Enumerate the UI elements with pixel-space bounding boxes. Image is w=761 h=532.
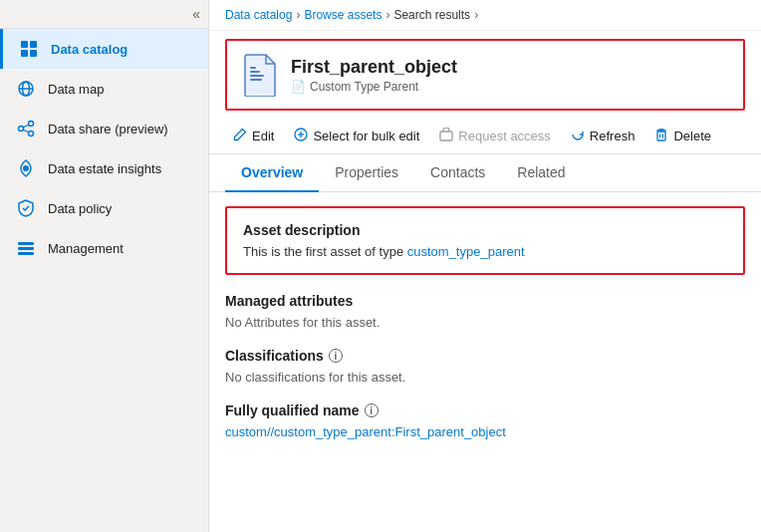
sidebar-item-data-estate[interactable]: Data estate insights — [0, 148, 208, 188]
svg-line-10 — [23, 125, 29, 128]
svg-rect-2 — [21, 50, 28, 57]
fqn-title: Fully qualified name i — [225, 402, 745, 418]
svg-rect-3 — [30, 50, 37, 57]
asset-type: 📄 Custom Type Parent — [291, 80, 457, 94]
classifications-empty: No classifications for this asset. — [225, 370, 745, 385]
svg-point-7 — [29, 122, 34, 127]
breadcrumb-sep-1: › — [296, 8, 300, 22]
fqn-info-icon[interactable]: i — [365, 403, 379, 417]
asset-type-label: Custom Type Parent — [310, 80, 418, 94]
breadcrumb-browse-assets[interactable]: Browse assets — [304, 8, 381, 22]
asset-title: First_parent_object — [291, 57, 457, 78]
asset-file-icon — [243, 53, 279, 97]
managed-attributes-label: Managed attributes — [225, 293, 353, 309]
svg-rect-0 — [21, 41, 28, 48]
svg-rect-1 — [30, 41, 37, 48]
refresh-button[interactable]: Refresh — [563, 123, 643, 149]
tabs: Overview Properties Contacts Related — [209, 154, 761, 192]
managed-attributes-title: Managed attributes — [225, 293, 745, 309]
refresh-label: Refresh — [590, 129, 635, 143]
tab-properties[interactable]: Properties — [319, 154, 414, 192]
sidebar-item-label: Data share (preview) — [48, 122, 168, 136]
managed-attributes-section: Managed attributes No Attributes for thi… — [225, 293, 745, 330]
svg-rect-23 — [440, 132, 452, 140]
fqn-section: Fully qualified name i custom//custom_ty… — [225, 402, 745, 439]
asset-description-text: This is the first asset of type custom_t… — [243, 244, 727, 259]
breadcrumb-sep-3: › — [474, 8, 478, 22]
sidebar-item-data-policy[interactable]: Data policy — [0, 188, 208, 228]
bulk-edit-label: Select for bulk edit — [313, 129, 419, 143]
bulk-edit-icon — [294, 128, 308, 144]
delete-icon — [654, 128, 668, 144]
asset-type-icon: 📄 — [291, 80, 306, 94]
svg-rect-24 — [657, 132, 665, 140]
fqn-label: Fully qualified name — [225, 402, 360, 418]
classifications-label: Classifications — [225, 348, 324, 364]
bulk-edit-button[interactable]: Select for bulk edit — [286, 123, 427, 149]
management-icon — [16, 238, 36, 258]
svg-line-11 — [23, 130, 29, 133]
svg-point-12 — [23, 165, 29, 171]
asset-description-prefix: This is the first asset of type — [243, 244, 407, 259]
svg-point-9 — [19, 127, 24, 132]
svg-rect-18 — [250, 79, 262, 81]
catalog-icon — [19, 39, 39, 59]
edit-label: Edit — [252, 129, 274, 143]
breadcrumb-data-catalog[interactable]: Data catalog — [225, 8, 292, 22]
sidebar: « Data catalog Data map — [0, 0, 209, 532]
sidebar-collapse-section: « — [0, 0, 208, 29]
insights-icon — [16, 158, 36, 178]
tab-related[interactable]: Related — [501, 154, 581, 192]
toolbar: Edit Select for bulk edit Request access — [209, 119, 761, 154]
svg-rect-15 — [18, 252, 34, 255]
sidebar-item-management[interactable]: Management — [0, 228, 208, 268]
asset-info: First_parent_object 📄 Custom Type Parent — [291, 57, 457, 94]
sidebar-item-label: Data map — [48, 82, 104, 97]
sidebar-item-label: Data policy — [48, 201, 112, 216]
policy-icon — [16, 198, 36, 218]
classifications-section: Classifications i No classifications for… — [225, 348, 745, 385]
map-icon — [16, 79, 36, 99]
sidebar-item-data-share[interactable]: Data share (preview) — [0, 109, 208, 148]
edit-button[interactable]: Edit — [225, 123, 282, 149]
delete-button[interactable]: Delete — [646, 123, 719, 149]
svg-rect-19 — [250, 67, 256, 69]
request-access-button[interactable]: Request access — [431, 123, 559, 149]
classifications-title: Classifications i — [225, 348, 745, 364]
svg-rect-13 — [18, 242, 34, 245]
tab-contacts[interactable]: Contacts — [414, 154, 501, 192]
breadcrumb-sep-2: › — [385, 8, 389, 22]
managed-attributes-empty: No Attributes for this asset. — [225, 315, 745, 330]
asset-description-title: Asset description — [243, 222, 727, 238]
asset-description-highlight: custom_type_parent — [407, 244, 525, 259]
sidebar-item-label: Data catalog — [51, 42, 127, 57]
main-content: Data catalog › Browse assets › Search re… — [209, 0, 761, 532]
sidebar-item-data-map[interactable]: Data map — [0, 69, 208, 109]
svg-rect-17 — [250, 75, 264, 77]
delete-label: Delete — [673, 129, 711, 143]
share-icon — [16, 119, 36, 138]
fqn-value: custom//custom_type_parent:First_parent_… — [225, 424, 745, 439]
breadcrumb: Data catalog › Browse assets › Search re… — [209, 0, 761, 31]
svg-point-8 — [29, 132, 34, 136]
overview-content: Asset description This is the first asse… — [209, 192, 761, 532]
asset-header: First_parent_object 📄 Custom Type Parent — [225, 39, 745, 111]
sidebar-collapse-button[interactable]: « — [192, 6, 200, 22]
svg-rect-14 — [18, 247, 34, 250]
request-access-icon — [439, 128, 453, 144]
edit-icon — [233, 128, 247, 144]
tab-overview[interactable]: Overview — [225, 154, 319, 192]
request-access-label: Request access — [458, 129, 551, 143]
svg-rect-16 — [250, 71, 260, 73]
sidebar-item-data-catalog[interactable]: Data catalog — [0, 29, 208, 69]
sidebar-item-label: Data estate insights — [48, 161, 161, 176]
sidebar-item-label: Management — [48, 241, 124, 256]
refresh-icon — [571, 128, 585, 144]
breadcrumb-search-results: Search results — [393, 8, 470, 22]
asset-description-box: Asset description This is the first asse… — [225, 206, 745, 275]
classifications-info-icon[interactable]: i — [329, 349, 343, 363]
